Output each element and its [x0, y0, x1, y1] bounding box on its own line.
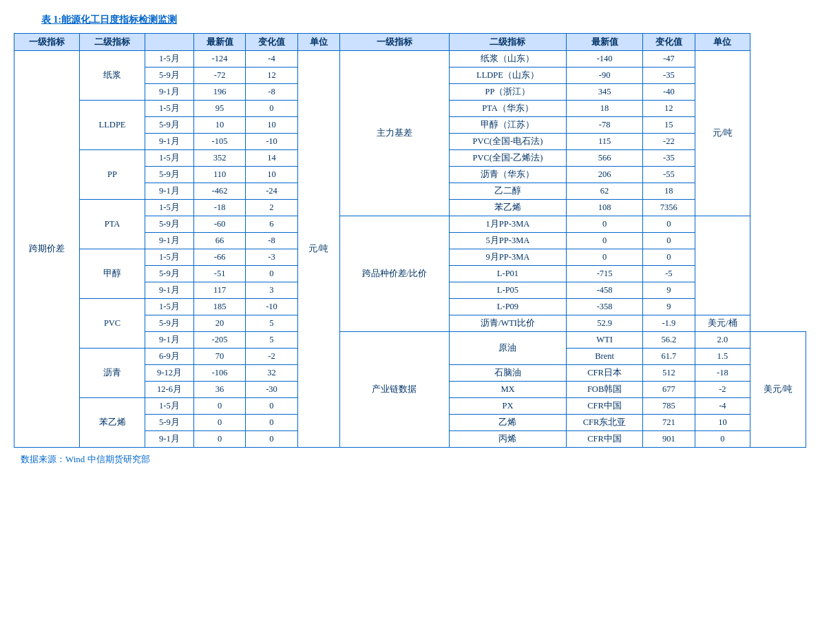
right-latest-cell: 901 [643, 431, 695, 448]
right-change-cell: 15 [643, 117, 695, 134]
latest-cell: 70 [193, 349, 245, 365]
period-cell: 1-5月 [145, 299, 194, 315]
change-cell: 3 [246, 282, 297, 299]
source-text: 数据来源：Wind 中信期货研究部 [14, 453, 806, 466]
latest-cell: -205 [193, 332, 245, 349]
right-change-cell: -40 [643, 84, 695, 101]
left-sub-8: 苯乙烯 [80, 398, 145, 448]
latest-cell: 66 [193, 233, 245, 249]
right-sub-cell: CFR中国 [567, 431, 643, 448]
period-cell: 9-1月 [145, 431, 194, 448]
header-left-change: 变化值 [246, 34, 297, 51]
latest-cell: -60 [193, 216, 245, 233]
right-latest-cell: 52.9 [567, 315, 643, 332]
latest-cell: 0 [193, 398, 245, 415]
right-latest-cell: 721 [643, 415, 695, 431]
header-left-cat: 一级指标 [14, 34, 80, 51]
right-latest-cell: 566 [567, 150, 643, 167]
right-sub-cell: 1月PP-3MA [449, 216, 566, 233]
right-change-cell: -47 [643, 51, 695, 67]
right-sub-cell: 纸浆（山东） [449, 51, 566, 67]
period-cell: 9-1月 [145, 134, 194, 150]
right-change-cell: 9 [643, 299, 695, 315]
change-cell: 12 [246, 67, 297, 84]
latest-cell: 185 [193, 299, 245, 315]
period-cell: 6-9月 [145, 349, 194, 365]
latest-cell: -72 [193, 67, 245, 84]
right-latest-cell: 512 [643, 365, 695, 382]
right-sub-cell2: 乙烯 [449, 415, 566, 431]
change-cell: 5 [246, 332, 297, 349]
header-left-latest: 最新值 [193, 34, 245, 51]
left-sub-3: PP [80, 150, 145, 200]
change-cell: -24 [246, 183, 297, 200]
latest-cell: -124 [193, 51, 245, 67]
right-change-cell: 2.0 [695, 332, 750, 349]
right-sub-cell: CFR东北亚 [567, 415, 643, 431]
right-change-cell: -35 [643, 67, 695, 84]
change-cell: -3 [246, 249, 297, 266]
period-cell: 9-1月 [145, 233, 194, 249]
change-cell: 10 [246, 117, 297, 134]
right-sub-cell2: 丙烯 [449, 431, 566, 448]
right-change-cell: -55 [643, 167, 695, 183]
right-sub-cell: LLDPE（山东） [449, 67, 566, 84]
right-sub-cell: L-P09 [449, 299, 566, 315]
change-cell: 0 [246, 101, 297, 117]
change-cell: 5 [246, 315, 297, 332]
period-cell: 9-12月 [145, 365, 194, 382]
period-cell: 1-5月 [145, 150, 194, 167]
right-latest-cell: 108 [567, 200, 643, 216]
right-sub-cell: 乙二醇 [449, 183, 566, 200]
right-latest-cell: 0 [567, 216, 643, 233]
period-cell: 5-9月 [145, 167, 194, 183]
header-right-sub: 二级指标 [449, 34, 566, 51]
right-change-cell: -4 [695, 398, 750, 415]
left-sub-2: LLDPE [80, 101, 145, 150]
left-cat-1: 跨期价差 [14, 51, 80, 448]
right-unit-1: 元/吨 [695, 51, 750, 216]
header-left-unit: 单位 [297, 34, 339, 51]
latest-cell: 95 [193, 101, 245, 117]
period-cell: 12-6月 [145, 382, 194, 398]
right-change-cell: 0 [643, 216, 695, 233]
page-title: 表 1:能源化工日度指标检测监测 [14, 14, 806, 26]
latest-cell: -106 [193, 365, 245, 382]
right-latest-cell: 115 [567, 134, 643, 150]
right-change-cell: 0 [643, 233, 695, 249]
right-latest-cell: 206 [567, 167, 643, 183]
right-sub-cell: PP（浙江） [449, 84, 566, 101]
change-cell: -4 [246, 51, 297, 67]
change-cell: -8 [246, 233, 297, 249]
right-change-cell: 10 [695, 415, 750, 431]
left-sub-4: PTA [80, 200, 145, 249]
right-latest-cell: 0 [567, 233, 643, 249]
right-sub-cell: FOB韩国 [567, 382, 643, 398]
right-sub-cell: L-P05 [449, 282, 566, 299]
header-right-latest: 最新值 [567, 34, 643, 51]
period-cell: 1-5月 [145, 101, 194, 117]
period-cell: 5-9月 [145, 216, 194, 233]
right-unit-4: 美元/吨 [750, 332, 806, 448]
right-sub-cell: PVC(全国-电石法) [449, 134, 566, 150]
right-change-cell: 18 [643, 183, 695, 200]
right-latest-cell: 785 [643, 398, 695, 415]
right-change-cell: -2 [695, 382, 750, 398]
right-latest-cell: -140 [567, 51, 643, 67]
right-change-cell: -18 [695, 365, 750, 382]
right-sub-crude: 原油 [449, 332, 566, 365]
period-cell: 9-1月 [145, 84, 194, 101]
right-sub-cell: 5月PP-3MA [449, 233, 566, 249]
latest-cell: -18 [193, 200, 245, 216]
right-change-cell: 12 [643, 101, 695, 117]
change-cell: 0 [246, 431, 297, 448]
latest-cell: 0 [193, 431, 245, 448]
right-latest-cell: -358 [567, 299, 643, 315]
change-cell: 0 [246, 415, 297, 431]
header-left-sub: 二级指标 [80, 34, 145, 51]
right-latest-cell: 677 [643, 382, 695, 398]
latest-cell: -105 [193, 134, 245, 150]
left-sub-5: 甲醇 [80, 249, 145, 299]
latest-cell: 110 [193, 167, 245, 183]
change-cell: 14 [246, 150, 297, 167]
